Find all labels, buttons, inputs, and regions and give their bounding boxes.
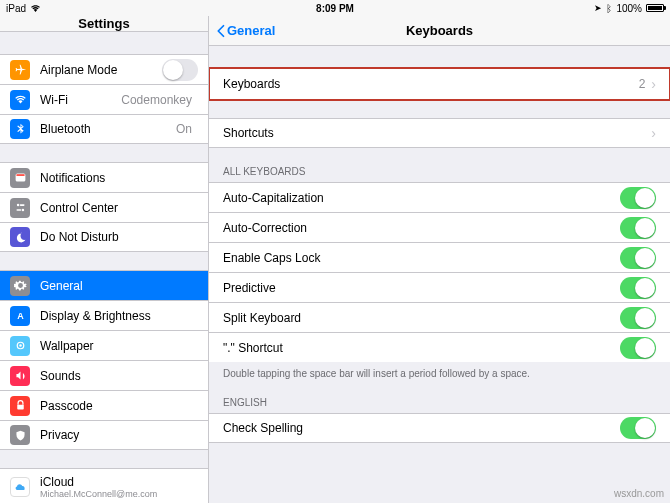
caps-lock-label: Enable Caps Lock [223, 251, 620, 265]
wallpaper-label: Wallpaper [40, 339, 198, 353]
sidebar-item-control-center[interactable]: Control Center [0, 192, 208, 222]
sounds-label: Sounds [40, 369, 198, 383]
notifications-label: Notifications [40, 171, 198, 185]
group-footer-all: Double tapping the space bar will insert… [209, 362, 670, 379]
battery-pct: 100% [616, 3, 642, 14]
dnd-label: Do Not Disturb [40, 230, 198, 244]
sounds-icon [10, 366, 30, 386]
split-kb-label: Split Keyboard [223, 311, 620, 325]
chevron-right-icon: › [651, 125, 656, 141]
keyboards-value: 2 [639, 77, 646, 91]
detail-title: Keyboards [406, 23, 473, 38]
passcode-icon [10, 396, 30, 416]
check-spelling-label: Check Spelling [223, 421, 620, 435]
wallpaper-icon [10, 336, 30, 356]
privacy-icon [10, 425, 30, 445]
group-header-english: ENGLISH [209, 397, 670, 413]
sidebar-item-wallpaper[interactable]: Wallpaper [0, 330, 208, 360]
sidebar-title: Settings [0, 16, 208, 32]
chevron-left-icon [215, 24, 225, 38]
icloud-label: iCloud Michael.McConnell@me.com [40, 475, 198, 499]
sidebar-item-privacy[interactable]: Privacy [0, 420, 208, 450]
bluetooth-label: Bluetooth [40, 122, 176, 136]
sidebar-item-airplane[interactable]: Airplane Mode [0, 54, 208, 84]
back-label: General [227, 23, 275, 38]
wifi-value: Codemonkey [121, 93, 192, 107]
general-icon [10, 276, 30, 296]
svg-rect-1 [16, 174, 24, 176]
privacy-label: Privacy [40, 428, 198, 442]
location-icon: ➤ [594, 3, 602, 13]
sidebar-item-display[interactable]: A Display & Brightness [0, 300, 208, 330]
period-shortcut-label: "." Shortcut [223, 341, 620, 355]
period-shortcut-toggle[interactable] [620, 337, 656, 359]
shortcuts-label: Shortcuts [223, 126, 651, 140]
display-label: Display & Brightness [40, 309, 198, 323]
icloud-icon [10, 477, 30, 497]
keyboards-row[interactable]: Keyboards 2 › [209, 68, 670, 100]
svg-point-2 [16, 204, 18, 206]
control-center-label: Control Center [40, 201, 198, 215]
auto-corr-toggle[interactable] [620, 217, 656, 239]
passcode-label: Passcode [40, 399, 198, 413]
back-button[interactable]: General [215, 23, 275, 38]
airplane-icon [10, 60, 30, 80]
svg-text:A: A [17, 311, 24, 321]
sidebar-item-sounds[interactable]: Sounds [0, 360, 208, 390]
dnd-icon [10, 227, 30, 247]
sidebar-item-notifications[interactable]: Notifications [0, 162, 208, 192]
sidebar-item-icloud[interactable]: iCloud Michael.McConnell@me.com [0, 468, 208, 503]
airplane-toggle[interactable] [162, 59, 198, 81]
wifi-icon [30, 4, 41, 12]
auto-cap-row[interactable]: Auto-Capitalization [209, 182, 670, 212]
caps-lock-row[interactable]: Enable Caps Lock [209, 242, 670, 272]
auto-cap-toggle[interactable] [620, 187, 656, 209]
sidebar-item-passcode[interactable]: Passcode [0, 390, 208, 420]
sidebar-item-dnd[interactable]: Do Not Disturb [0, 222, 208, 252]
bluetooth-icon: ᛒ [606, 3, 612, 14]
svg-rect-5 [16, 209, 21, 211]
group-header-all: ALL KEYBOARDS [209, 166, 670, 182]
notifications-icon [10, 168, 30, 188]
auto-corr-row[interactable]: Auto-Correction [209, 212, 670, 242]
keyboards-label: Keyboards [223, 77, 639, 91]
auto-corr-label: Auto-Correction [223, 221, 620, 235]
sidebar-item-wifi[interactable]: Wi-Fi Codemonkey [0, 84, 208, 114]
predictive-row[interactable]: Predictive [209, 272, 670, 302]
watermark: wsxdn.com [614, 488, 664, 499]
control-center-icon [10, 198, 30, 218]
period-shortcut-row[interactable]: "." Shortcut [209, 332, 670, 362]
sidebar-item-bluetooth[interactable]: Bluetooth On [0, 114, 208, 144]
predictive-label: Predictive [223, 281, 620, 295]
battery-icon [646, 4, 664, 12]
sidebar-item-general[interactable]: General [0, 270, 208, 300]
status-carrier: iPad [6, 3, 26, 14]
status-time: 8:09 PM [316, 3, 354, 14]
svg-point-8 [19, 344, 21, 346]
check-spelling-row[interactable]: Check Spelling [209, 413, 670, 443]
check-spelling-toggle[interactable] [620, 417, 656, 439]
wifi-label: Wi-Fi [40, 93, 121, 107]
bluetooth-settings-icon [10, 119, 30, 139]
svg-point-4 [21, 209, 23, 211]
chevron-right-icon: › [651, 76, 656, 92]
svg-rect-3 [19, 204, 24, 206]
display-icon: A [10, 306, 30, 326]
predictive-toggle[interactable] [620, 277, 656, 299]
caps-lock-toggle[interactable] [620, 247, 656, 269]
auto-cap-label: Auto-Capitalization [223, 191, 620, 205]
airplane-label: Airplane Mode [40, 63, 162, 77]
shortcuts-row[interactable]: Shortcuts › [209, 118, 670, 148]
split-kb-row[interactable]: Split Keyboard [209, 302, 670, 332]
split-kb-toggle[interactable] [620, 307, 656, 329]
bluetooth-value: On [176, 122, 192, 136]
wifi-settings-icon [10, 90, 30, 110]
general-label: General [40, 279, 198, 293]
svg-rect-9 [17, 405, 24, 410]
